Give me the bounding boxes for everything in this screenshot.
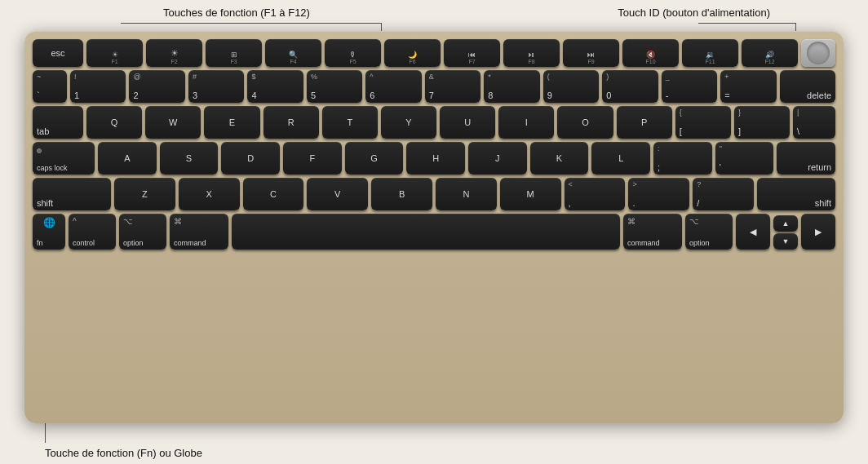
caps-key-row: caps lock A S D F G H J K L : ; " ' retu… (33, 142, 835, 175)
key-minus[interactable]: _ - (662, 70, 717, 103)
key-backslash[interactable]: | \ (793, 106, 835, 139)
key-f12[interactable]: 🔊 F12 (742, 39, 798, 67)
key-delete[interactable]: delete (780, 70, 835, 103)
key-l[interactable]: L (591, 142, 650, 175)
key-f-label: F (309, 153, 315, 163)
key-semicolon-sym: : (658, 144, 660, 152)
key-3[interactable]: # 3 (188, 70, 244, 103)
key-semicolon[interactable]: : ; (653, 142, 712, 175)
key-arrow-up[interactable]: ▲ (773, 215, 798, 232)
key-x[interactable]: X (179, 178, 240, 210)
key-i[interactable]: I (498, 106, 554, 139)
key-j[interactable]: J (468, 142, 527, 175)
key-lbracket-sym: { (680, 108, 682, 117)
key-d-label: D (247, 153, 254, 163)
key-backtick[interactable]: ~ ` (33, 70, 67, 103)
key-tab[interactable]: tab (33, 106, 83, 139)
key-6[interactable]: ^ 6 (365, 70, 421, 103)
key-e[interactable]: E (204, 106, 259, 139)
key-f10[interactable]: 🔇 F10 (622, 39, 679, 67)
key-f5[interactable]: 🎙 F5 (325, 39, 381, 67)
key-7-label: 7 (429, 91, 434, 100)
key-9[interactable]: ( 9 (543, 70, 599, 103)
key-return-label: return (808, 162, 831, 172)
key-g-label: G (370, 153, 378, 163)
key-g[interactable]: G (345, 142, 404, 175)
key-h[interactable]: H (406, 142, 465, 175)
key-d[interactable]: D (221, 142, 280, 175)
key-equals[interactable]: + = (720, 70, 776, 103)
key-f2[interactable]: ☀ F2 (146, 39, 202, 67)
key-period-sym: > (632, 180, 636, 188)
key-capslock[interactable]: caps lock (33, 142, 95, 175)
key-q[interactable]: Q (86, 106, 142, 139)
key-7[interactable]: & 7 (425, 70, 480, 103)
key-tab-label: tab (37, 126, 49, 136)
key-slash-sym: ? (697, 180, 701, 188)
key-t-label: T (347, 117, 352, 127)
key-f7[interactable]: ⏮ F7 (444, 39, 500, 67)
key-f7-label: F7 (468, 59, 475, 64)
key-w-label: W (169, 117, 177, 127)
key-lshift-label: shift (37, 198, 53, 208)
key-lbracket[interactable]: { [ (675, 106, 731, 139)
key-comma[interactable]: < , (565, 178, 626, 210)
key-control[interactable]: ^ control (69, 214, 116, 250)
key-p[interactable]: P (617, 106, 672, 139)
key-arrow-right[interactable]: ▶ (801, 214, 835, 250)
key-arrow-down[interactable]: ▼ (773, 233, 798, 250)
key-f6[interactable]: 🌙 F6 (384, 39, 441, 67)
key-quote-label: ' (720, 162, 721, 172)
key-w[interactable]: W (145, 106, 201, 139)
key-2[interactable]: @ 2 (129, 70, 184, 103)
key-0[interactable]: ) 0 (602, 70, 658, 103)
key-arrow-left[interactable]: ◀ (736, 214, 770, 250)
key-c[interactable]: C (243, 178, 304, 210)
key-6-label: 6 (370, 91, 374, 100)
key-1[interactable]: ! 1 (70, 70, 126, 103)
key-z[interactable]: Z (114, 178, 175, 210)
key-f[interactable]: F (283, 142, 342, 175)
key-slash[interactable]: ? / (693, 178, 754, 210)
key-esc[interactable]: esc (33, 39, 83, 67)
key-f1[interactable]: ☀ F1 (86, 39, 143, 67)
key-esc-label: esc (51, 48, 64, 58)
key-f4[interactable]: 🔍 F4 (265, 39, 321, 67)
key-f9[interactable]: ⏭ F9 (563, 39, 619, 67)
key-left-shift[interactable]: shift (33, 178, 111, 210)
key-left-command[interactable]: ⌘ command (170, 214, 228, 250)
key-o[interactable]: O (557, 106, 613, 139)
key-f8-icon: ⏯ (528, 51, 535, 59)
key-rbracket[interactable]: } ] (734, 106, 790, 139)
key-f11[interactable]: 🔉 F11 (682, 39, 738, 67)
key-m[interactable]: M (500, 178, 561, 210)
key-right-option[interactable]: ⌥ option (685, 214, 733, 250)
key-f3[interactable]: ⊞ F3 (206, 39, 262, 67)
key-x-label: X (206, 189, 212, 199)
key-5[interactable]: % 5 (307, 70, 362, 103)
touch-id-button[interactable] (801, 39, 835, 67)
key-right-command[interactable]: ⌘ command (623, 214, 682, 250)
key-quote[interactable]: " ' (715, 142, 774, 175)
key-0-sym: ) (606, 73, 609, 81)
key-4[interactable]: $ 4 (247, 70, 303, 103)
key-v[interactable]: V (307, 178, 368, 210)
key-y[interactable]: Y (381, 106, 436, 139)
key-period[interactable]: > . (628, 178, 689, 210)
key-fn[interactable]: 🌐 fn (33, 214, 65, 250)
key-r[interactable]: R (264, 106, 319, 139)
key-return[interactable]: return (777, 142, 835, 175)
key-t[interactable]: T (322, 106, 378, 139)
key-n[interactable]: N (436, 178, 497, 210)
key-8[interactable]: * 8 (484, 70, 539, 103)
key-a[interactable]: A (98, 142, 157, 175)
key-k[interactable]: K (530, 142, 589, 175)
key-right-shift[interactable]: shift (757, 178, 835, 210)
key-b[interactable]: B (371, 178, 432, 210)
key-u[interactable]: U (440, 106, 495, 139)
key-s[interactable]: S (160, 142, 219, 175)
key-spacebar[interactable] (232, 214, 620, 250)
key-f8[interactable]: ⏯ F8 (503, 39, 560, 67)
key-left-option[interactable]: ⌥ option (119, 214, 166, 250)
key-f9-icon: ⏭ (587, 51, 595, 59)
